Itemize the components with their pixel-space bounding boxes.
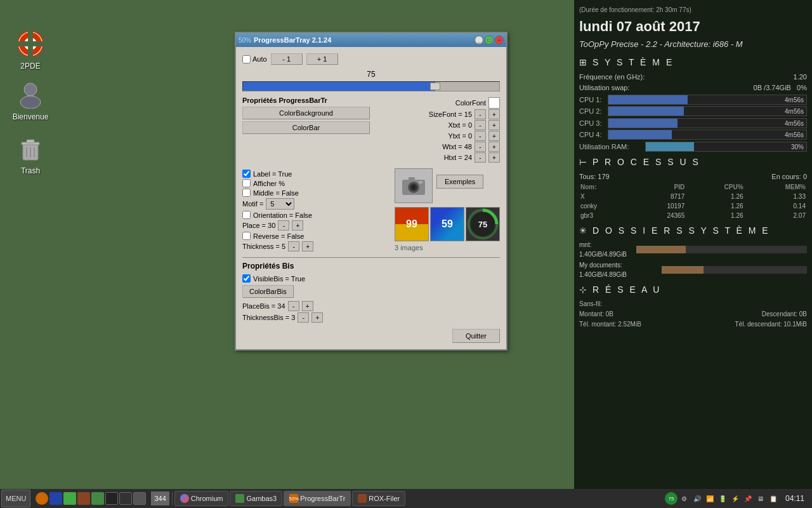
taskbar-roxfiler[interactable]: ROX-Filer xyxy=(352,491,405,506)
bis-section: Propriétés Bis VisibleBis = True ColorBa… xyxy=(242,257,500,323)
tray-icon-6[interactable]: 📌 xyxy=(742,493,754,504)
thickness-minus[interactable]: - xyxy=(288,241,299,251)
thicknessbis-minus[interactable]: - xyxy=(298,312,309,323)
minimize-button[interactable]: _ xyxy=(475,36,483,44)
visiblebis-input[interactable] xyxy=(242,274,251,283)
svg-point-15 xyxy=(412,185,416,189)
taskbar-gambas3[interactable]: Gambas3 xyxy=(230,491,282,506)
tray-icon-2[interactable]: 🔊 xyxy=(691,493,703,504)
close-button[interactable]: × xyxy=(495,36,504,44)
reverse-checkbox[interactable]: Reverse = False xyxy=(242,232,390,240)
place-minus[interactable]: - xyxy=(278,220,289,231)
place-plus[interactable]: + xyxy=(292,220,303,231)
wtxt-plus[interactable]: + xyxy=(488,142,500,152)
maximize-button[interactable]: □ xyxy=(485,36,494,44)
camera-icon xyxy=(395,168,433,203)
icon-bienvenue-label: Bienvenue xyxy=(13,112,49,121)
middle-check-input[interactable] xyxy=(242,189,251,197)
ql-icon-1[interactable] xyxy=(36,492,48,505)
plus1-button[interactable]: + 1 xyxy=(306,53,338,65)
arch-display: ToOpPy Precise - 2.2 - Architecture: i68… xyxy=(579,38,807,51)
tray-icon-5[interactable]: ⚡ xyxy=(730,493,741,504)
tray-icon-1[interactable]: ⚙ xyxy=(679,493,690,504)
icon-bienvenue[interactable]: Bienvenue xyxy=(5,79,56,121)
cpu2-row: CPU 2: 4m56s xyxy=(579,106,807,117)
auto-checkbox-label[interactable]: Auto xyxy=(242,55,267,64)
tray-icon-8[interactable]: 📋 xyxy=(768,493,779,504)
label-checkbox[interactable]: Label = True xyxy=(242,170,390,178)
sizefont-minus[interactable]: - xyxy=(475,109,486,119)
swap-row: Utilisation swap: 0B /3.74GiB 0% xyxy=(579,83,807,93)
svg-point-5 xyxy=(20,96,41,109)
colorbarbis-button[interactable]: ColorBarBis xyxy=(242,285,294,298)
auto-checkbox[interactable] xyxy=(242,55,251,64)
htxt-row: Htxt = 24 - + xyxy=(372,152,500,163)
ql-icon-7[interactable] xyxy=(119,492,132,505)
ql-icon-3[interactable] xyxy=(63,492,76,505)
ql-icon-5[interactable] xyxy=(91,492,104,505)
icon-2pde[interactable]: 2PDE xyxy=(5,29,56,70)
wtxt-minus[interactable]: - xyxy=(475,142,486,152)
color-bg-button[interactable]: ColorBackground xyxy=(242,107,370,119)
reseau-section: ⊹ R É S E A U xyxy=(579,283,807,297)
ytxt-plus[interactable]: + xyxy=(488,131,500,141)
htxt-plus[interactable]: + xyxy=(488,152,500,163)
progress-bar[interactable] xyxy=(242,81,500,91)
thicknessbis-plus[interactable]: + xyxy=(311,312,323,323)
sep1 xyxy=(172,492,173,505)
proc-row: X87171.261.33 xyxy=(579,192,807,201)
htxt-minus[interactable]: - xyxy=(475,152,486,163)
orient-check-input[interactable] xyxy=(242,211,251,219)
reseau-icon: ⊹ xyxy=(579,283,589,297)
quitter-button[interactable]: Quitter xyxy=(452,329,500,343)
afficher-checkbox[interactable]: Afficher % xyxy=(242,179,390,187)
wifi-row: Sans-fil: xyxy=(579,299,807,309)
processus-section: ⊢ P R O C E S S U S xyxy=(579,156,807,169)
sizefont-plus[interactable]: + xyxy=(488,109,500,119)
value-display: 75 xyxy=(245,70,497,79)
color-bar-button[interactable]: ColorBar xyxy=(242,121,370,134)
minus1-button[interactable]: - 1 xyxy=(271,53,303,65)
tray-icon-4[interactable]: 🔋 xyxy=(717,493,728,504)
taskbar-progressbar[interactable]: 50% ProgressBarTr xyxy=(284,491,351,506)
tray-icon-3[interactable]: 📶 xyxy=(704,493,716,504)
wtxt-row: Wtxt = 48 - + xyxy=(372,142,500,152)
tray-icon-7[interactable]: 🖥 xyxy=(755,493,766,504)
motif-select[interactable]: 5 1234 xyxy=(266,198,294,210)
window-titlebar: 50% ProgressBarTray 2.1.24 _ □ × xyxy=(236,33,506,47)
progress-handle[interactable] xyxy=(430,83,440,90)
xtxt-plus[interactable]: + xyxy=(488,120,500,130)
workspace-num[interactable]: 344 xyxy=(151,491,169,505)
reverse-check-input[interactable] xyxy=(242,232,251,240)
ql-icon-6[interactable] xyxy=(105,492,118,505)
placebis-plus[interactable]: + xyxy=(302,301,313,311)
placebis-minus[interactable]: - xyxy=(288,301,299,311)
thickness-plus[interactable]: + xyxy=(302,241,313,251)
net-montant-row: Montant: 0B Descendant: 0B xyxy=(579,309,807,319)
label-check-input[interactable] xyxy=(242,170,251,178)
ql-icon-8[interactable] xyxy=(133,492,146,505)
middle-checkbox[interactable]: Middle = False xyxy=(242,189,390,197)
exemples-button[interactable]: Exemples xyxy=(436,175,483,189)
cpu3-row: CPU 3: 4m56s xyxy=(579,118,807,129)
visiblebis-checkbox[interactable]: VisibleBis = True xyxy=(242,274,500,283)
afficher-check-input[interactable] xyxy=(242,179,251,187)
tray-75-badge[interactable]: 75 xyxy=(665,492,678,505)
xtxt-minus[interactable]: - xyxy=(475,120,486,130)
ytxt-minus[interactable]: - xyxy=(475,131,486,141)
ql-icon-4[interactable] xyxy=(77,492,90,505)
color-font-box[interactable] xyxy=(488,97,500,109)
quit-row: Quitter xyxy=(242,329,500,343)
images-count-label: 3 images xyxy=(395,244,423,251)
icon-trash[interactable]: Trash xyxy=(5,133,56,175)
svg-rect-17 xyxy=(419,181,422,184)
menu-button[interactable]: MENU xyxy=(1,490,30,507)
orientation-checkbox[interactable]: Orientation = False xyxy=(242,211,390,219)
thicknessbis-row: ThicknessBis = 3 - + xyxy=(242,312,500,323)
ql-icon-2[interactable] xyxy=(49,492,62,505)
taskbar-chromium[interactable]: Chromium xyxy=(174,491,229,506)
ytxt-row: Ytxt = 0 - + xyxy=(372,131,500,141)
proc-summary: Tous: 179 En cours: 0 xyxy=(579,171,807,182)
roxfiler-icon xyxy=(358,494,367,503)
placebis-row: PlaceBis = 34 - + xyxy=(242,301,500,311)
